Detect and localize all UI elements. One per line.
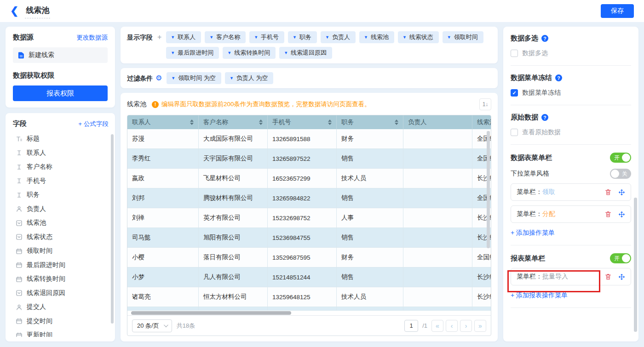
display-field-chip[interactable]: ▼线索池 xyxy=(359,31,394,43)
table-cell: 大成国际有限公司 xyxy=(199,129,268,149)
total-pages: /1 xyxy=(422,322,427,329)
horizontal-scrollbar-track xyxy=(127,311,491,315)
table-row[interactable]: 嬴政飞星材料公司16523657299技术人员长沙线索 xyxy=(127,169,491,188)
filter-condition-chip[interactable]: ▼领取时间 为空 xyxy=(167,72,221,84)
table-row[interactable]: 苏漫大成国际有限公司13265891588财务全国线索 xyxy=(127,129,491,149)
dropdown-style-toggle[interactable]: 关 xyxy=(610,169,631,179)
last-page-button[interactable]: » xyxy=(474,320,486,332)
add-formula-field-link[interactable]: + 公式字段 xyxy=(78,120,109,128)
fields-scrollbar[interactable] xyxy=(111,134,114,324)
field-item[interactable]: 最后跟进时间 xyxy=(13,258,109,273)
display-field-chip[interactable]: ▼最后跟进时间 xyxy=(166,47,219,59)
table-row[interactable]: 诸葛亮恒太方材料公司13259648125技术人员长沙线索 xyxy=(127,287,491,307)
display-field-chip[interactable]: ▼线索转换时间 xyxy=(223,47,276,59)
prev-page-button[interactable]: ‹ xyxy=(446,320,458,332)
field-item[interactable]: 职务 xyxy=(13,188,109,202)
table-vertical-scrollbar[interactable] xyxy=(487,131,490,248)
field-item[interactable]: 线索退回原因 xyxy=(13,286,109,301)
trash-icon[interactable] xyxy=(604,210,612,218)
datasource-item[interactable]: 新建线索 xyxy=(13,47,108,63)
gear-icon[interactable]: ⚙ xyxy=(155,72,162,84)
column-header[interactable]: 客户名称 xyxy=(199,115,268,129)
horizontal-scrollbar[interactable] xyxy=(131,311,291,315)
move-icon[interactable] xyxy=(618,211,625,218)
move-icon[interactable] xyxy=(618,273,625,280)
report-menu-toggle[interactable]: 开 xyxy=(610,253,631,263)
table-menu-item[interactable]: 菜单栏：分配 xyxy=(511,205,631,223)
column-header-label: 手机号 xyxy=(272,118,291,126)
first-page-button[interactable]: « xyxy=(431,320,443,332)
table-row[interactable]: 刘邦腾骏材料有限公司13265984822销售全国线索 xyxy=(127,188,491,208)
help-icon[interactable] xyxy=(555,74,562,81)
field-item[interactable]: 负责人 xyxy=(13,202,109,216)
field-item[interactable]: 联系人 xyxy=(13,146,109,160)
table-menu-toggle[interactable]: 开 xyxy=(610,153,631,163)
multi-select-checkbox[interactable] xyxy=(511,50,518,57)
table-cell: 13265984822 xyxy=(268,188,337,208)
trash-icon[interactable] xyxy=(604,188,612,196)
change-datasource-link[interactable]: 更改数据源 xyxy=(77,34,108,42)
raw-data-checkbox[interactable] xyxy=(511,129,518,136)
display-field-chip[interactable]: ▼领取时间 xyxy=(443,31,483,43)
display-field-chip[interactable]: ▼负责人 xyxy=(321,31,356,43)
field-item[interactable]: 领取时间 xyxy=(13,244,109,258)
help-icon[interactable] xyxy=(541,35,548,42)
field-label: 线索状态 xyxy=(27,233,52,241)
report-menu-item[interactable]: 菜单栏：批量导入 xyxy=(511,268,631,285)
sort-order-icon[interactable]: 1↓ xyxy=(479,98,491,110)
column-header[interactable]: 手机号 xyxy=(268,115,337,129)
page-size-select[interactable]: 20 条/页 xyxy=(132,319,172,332)
column-header[interactable]: 线索池 xyxy=(472,115,491,129)
column-header[interactable]: 负责人 xyxy=(403,115,472,129)
back-icon[interactable]: ❮ xyxy=(10,6,18,16)
display-field-chip[interactable]: ▼手机号 xyxy=(249,31,284,43)
column-header[interactable]: 职务 xyxy=(337,115,403,129)
display-field-chip-label: 职务 xyxy=(299,33,311,41)
filter-condition-chip[interactable]: ▼负责人 为空 xyxy=(225,72,274,84)
settings-scrollbar[interactable] xyxy=(634,198,637,332)
next-page-button[interactable]: › xyxy=(460,320,472,332)
add-action-menu-link[interactable]: + 添加操作菜单 xyxy=(511,229,631,237)
column-header[interactable]: 联系人 xyxy=(127,115,199,129)
table-cell xyxy=(127,307,199,311)
field-item[interactable]: 提交人 xyxy=(13,300,109,314)
field-item[interactable]: 线索转换时间 xyxy=(13,272,109,286)
sort-icon[interactable] xyxy=(190,119,194,125)
display-field-chip[interactable]: ▼线索状态 xyxy=(398,31,439,43)
table-row[interactable]: 李秀红天宇国际有限公司13265897522销售全国线索 xyxy=(127,149,491,169)
sort-icon[interactable] xyxy=(395,119,398,125)
field-item[interactable]: 线索状态 xyxy=(13,230,109,245)
display-field-chip-label: 客户名称 xyxy=(216,33,240,41)
preview-notice: 编辑界面只取数据源前200条作为查询数据预览，完整数据请访问页面查看。 xyxy=(152,100,474,108)
report-permission-button[interactable]: 报表权限 xyxy=(13,85,108,101)
table-cell: 16523657299 xyxy=(268,169,337,188)
display-field-chip[interactable]: ▼联系人 xyxy=(166,31,201,43)
trash-icon[interactable] xyxy=(604,273,612,280)
table-row[interactable]: 小樱落日有限公司13529687595财务全国线索 xyxy=(127,248,491,267)
menu-freeze-checkbox[interactable] xyxy=(511,89,518,97)
display-field-chip-label: 负责人 xyxy=(332,33,350,41)
help-icon[interactable] xyxy=(541,114,548,121)
field-item[interactable]: 手机号 xyxy=(13,174,109,188)
raw-data-checkbox-label: 查看原始数据 xyxy=(522,128,561,137)
field-item[interactable]: 客户名称 xyxy=(13,160,109,174)
sort-icon[interactable] xyxy=(259,119,263,125)
add-display-field-button[interactable]: + xyxy=(157,31,161,43)
add-report-menu-link[interactable]: + 添加报表操作菜单 xyxy=(511,291,631,300)
sort-icon[interactable] xyxy=(328,119,332,125)
display-field-chip[interactable]: ▼客户名称 xyxy=(205,31,246,43)
move-icon[interactable] xyxy=(618,189,625,196)
table-row[interactable]: 刘禅英才有限公司15232698752人事长沙线索 xyxy=(127,208,491,228)
table-cell: 凡人有限公司 xyxy=(199,267,268,287)
field-item[interactable]: 线索池 xyxy=(13,216,109,230)
field-item[interactable]: 更新时间 xyxy=(13,328,109,337)
save-button[interactable]: 保存 xyxy=(601,4,634,18)
field-item[interactable]: 标题 xyxy=(13,132,109,146)
table-row[interactable]: 小梦凡人有限公司15214851244销售长沙线索 xyxy=(127,267,491,287)
field-item[interactable]: 提交时间 xyxy=(13,314,109,329)
current-page-input[interactable]: 1 xyxy=(404,320,418,332)
table-row[interactable]: 司马懿旭阳有限公司15236984755销售长沙线索 xyxy=(127,228,491,248)
display-field-chip[interactable]: ▼线索退回原因 xyxy=(279,47,332,59)
display-field-chip[interactable]: ▼职务 xyxy=(288,31,317,43)
table-menu-item[interactable]: 菜单栏：领取 xyxy=(511,183,631,201)
